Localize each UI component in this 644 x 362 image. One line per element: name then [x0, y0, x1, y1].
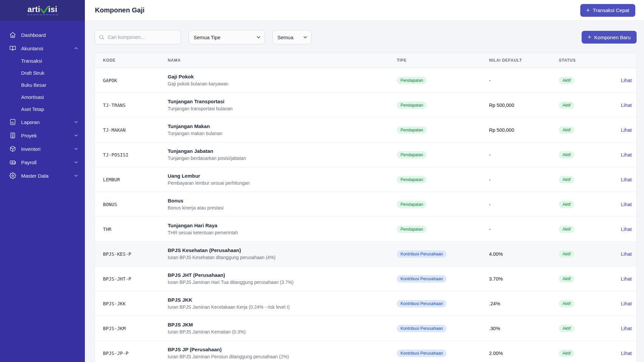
brand-text-left: arti: [28, 6, 40, 13]
component-name: Gaji Pokok: [168, 73, 389, 80]
column-header-nama: NAMA: [164, 53, 393, 68]
column-header-status: STATUS: [555, 53, 617, 68]
new-component-button[interactable]: + Komponen Baru: [582, 31, 637, 44]
chevron-down-icon: [73, 119, 79, 125]
table-row: TJ-POSISITunjangan JabatanTunjangan berd…: [95, 142, 636, 167]
component-description: Iuran BPJS Jaminan Pensiun ditanggung pe…: [168, 354, 389, 360]
component-code: TJ-TRANS: [103, 103, 125, 108]
default-value: -: [489, 78, 491, 83]
sidebar-subitem-aset-tetap[interactable]: Aset Tetap: [0, 103, 85, 115]
lihat-link[interactable]: Lihat: [621, 152, 632, 158]
table-row: BPJS-KES-PBPJS Kesehatan (Perusahaan)Iur…: [95, 242, 636, 266]
lihat-link[interactable]: Lihat: [621, 177, 632, 182]
component-code: LEMBUR: [103, 177, 120, 182]
type-badge: Pendapatan: [397, 102, 427, 109]
component-description: THR sesuai ketentuan pemerintah: [168, 230, 389, 236]
lihat-link[interactable]: Lihat: [621, 325, 632, 331]
component-description: Iuran BPJS Jaminan Kecelakaan Kerja (0.2…: [168, 304, 389, 310]
type-badge: Pendapatan: [397, 201, 427, 208]
brand-check-icon: [40, 6, 49, 14]
component-description: Iuran BPJS Jaminan Kematian (0.3%): [168, 329, 389, 335]
component-name: Bonus: [168, 197, 389, 204]
column-header-actions: [617, 53, 636, 68]
default-value: -: [489, 227, 491, 232]
home-icon: [9, 32, 16, 38]
sidebar-item-label: Dashboard: [21, 32, 79, 38]
component-code: TJ-POSISI: [103, 152, 128, 158]
sidebar-item-proyek[interactable]: Proyek: [0, 129, 85, 142]
component-name: BPJS Kesehatan (Perusahaan): [168, 247, 389, 254]
sidebar-item-master-data[interactable]: Master Data: [0, 169, 85, 182]
sidebar-subitem-amortisasi[interactable]: Amortisasi: [0, 91, 85, 103]
default-value: -: [489, 202, 491, 207]
component-description: Iuran BPJS Kesehatan ditanggung perusaha…: [168, 254, 389, 261]
status-badge: Aktif: [559, 275, 574, 283]
component-name: Tunjangan Makan: [168, 123, 389, 130]
default-value: .24%: [489, 301, 500, 306]
type-badge: Pendapatan: [397, 226, 427, 233]
component-name: Tunjangan Hari Raya: [168, 222, 389, 229]
type-filter-select[interactable]: Semua Tipe: [189, 30, 265, 44]
lihat-link[interactable]: Lihat: [621, 276, 632, 282]
filter-bar: Semua Tipe Semua + Komponen Baru: [95, 30, 637, 44]
component-code: BPJS-JHT-P: [103, 276, 131, 282]
component-name: BPJS JKK: [168, 297, 389, 303]
chevron-down-icon: [73, 173, 79, 178]
sidebar-item-label: Payroll: [21, 160, 73, 165]
status-filter-select[interactable]: Semua: [272, 30, 312, 44]
lihat-link[interactable]: Lihat: [621, 201, 632, 207]
sidebar-item-inventori[interactable]: Inventori: [0, 142, 85, 156]
component-name: BPJS JP (Perusahaan): [168, 346, 389, 353]
sidebar-subitem-buku-besar[interactable]: Buku Besar: [0, 79, 85, 91]
component-name: Tunjangan Jabatan: [168, 148, 389, 155]
component-name: Tunjangan Transportasi: [168, 98, 389, 105]
plus-icon: +: [588, 34, 591, 40]
lihat-link[interactable]: Lihat: [621, 301, 632, 306]
table-row: TJ-MAKANTunjangan MakanTunjangan makan b…: [95, 118, 636, 142]
default-value: -: [489, 152, 491, 158]
type-badge: Kontribusi Perusahaan: [397, 275, 446, 283]
sidebar-item-akuntansi[interactable]: Akuntansi: [0, 42, 85, 55]
type-badge: Kontribusi Perusahaan: [397, 325, 446, 332]
sidebar-subitem-draft-struk[interactable]: Draft Struk: [0, 67, 85, 79]
status-badge: Aktif: [559, 201, 574, 208]
sidebar-subitem-transaksi[interactable]: Transaksi: [0, 55, 85, 67]
type-badge: Kontribusi Perusahaan: [397, 300, 446, 307]
quick-transaction-button[interactable]: + Transaksi Cepat: [580, 4, 635, 17]
component-description: Iuran BPJS Jaminan Hari Tua ditanggung p…: [168, 279, 389, 286]
sidebar-item-label: Akuntansi: [21, 46, 73, 51]
status-badge: Aktif: [559, 151, 574, 159]
logo-band: arti isi: [0, 0, 85, 21]
table-row: BPJS-JKKBPJS JKKIuran BPJS Jaminan Kecel…: [95, 291, 636, 316]
lihat-link[interactable]: Lihat: [621, 251, 632, 257]
component-code: BPJS-JKK: [103, 301, 125, 306]
lihat-link[interactable]: Lihat: [621, 127, 632, 133]
status-badge: Aktif: [559, 77, 574, 84]
column-header-kode: KODE: [95, 53, 164, 68]
lihat-link[interactable]: Lihat: [621, 226, 632, 232]
sidebar-item-dashboard[interactable]: Dashboard: [0, 28, 85, 42]
column-header-tipe: TIPE: [393, 53, 485, 68]
component-code: BONUS: [103, 202, 117, 207]
component-name: BPJS JKM: [168, 321, 389, 328]
status-badge: Aktif: [559, 325, 574, 332]
sidebar-submenu-akuntansi: TransaksiDraft StrukBuku BesarAmortisasi…: [0, 55, 85, 115]
sidebar-item-laporan[interactable]: Laporan: [0, 115, 85, 129]
search-input[interactable]: [95, 30, 181, 44]
component-description: Bonus kinerja atau prestasi: [168, 205, 389, 211]
sidebar-item-label: Inventori: [21, 146, 73, 152]
lihat-link[interactable]: Lihat: [621, 350, 632, 356]
chevron-down-icon: [73, 160, 79, 165]
chevron-up-icon: [73, 46, 79, 51]
brand-underline: [27, 14, 58, 15]
sidebar-item-payroll[interactable]: Payroll: [0, 156, 85, 169]
component-code: THR: [103, 227, 111, 232]
lihat-link[interactable]: Lihat: [621, 77, 632, 83]
column-header-nilai-default: NILAI DEFAULT: [485, 53, 555, 68]
lihat-link[interactable]: Lihat: [621, 102, 632, 108]
component-name: BPJS JHT (Perusahaan): [168, 272, 389, 279]
status-badge: Aktif: [559, 226, 574, 233]
type-badge: Pendapatan: [397, 77, 427, 84]
top-bar: Komponen Gaji + Transaksi Cepat: [85, 0, 644, 21]
status-filter-wrap: Semua: [272, 30, 312, 44]
